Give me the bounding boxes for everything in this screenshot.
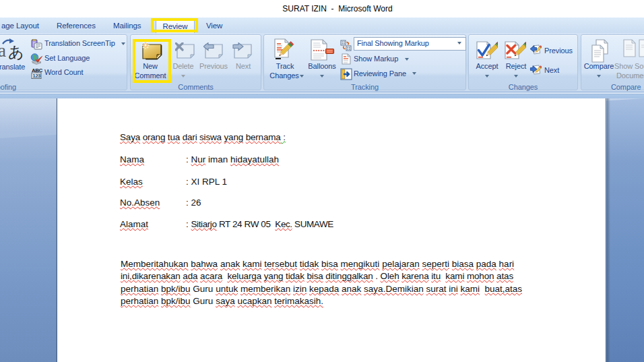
svg-text:123: 123 <box>32 73 41 79</box>
